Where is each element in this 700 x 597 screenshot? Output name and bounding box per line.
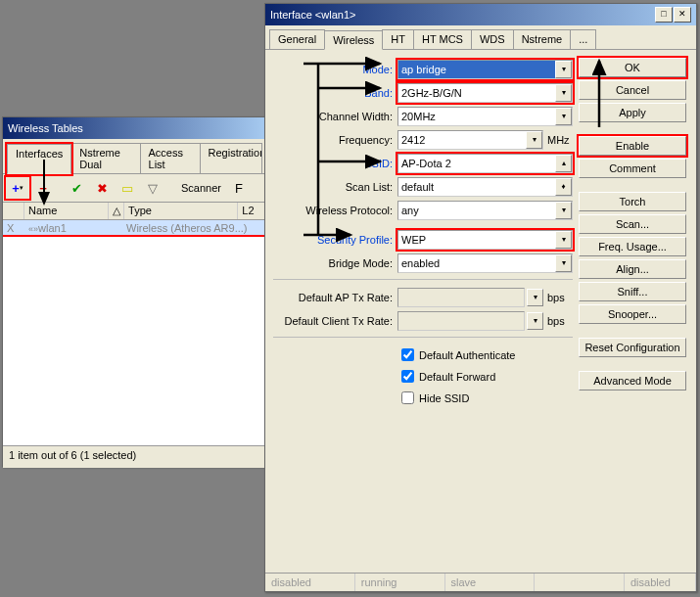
sniff-button[interactable]: Sniff...: [579, 282, 686, 301]
freq-input[interactable]: [398, 134, 526, 146]
dropdown-icon[interactable]: ▾: [526, 131, 542, 149]
status-slave: slave: [445, 574, 536, 591]
col-l2[interactable]: L2: [238, 203, 265, 219]
title-buttons: □ ✕: [655, 7, 691, 23]
mode-label: Mode:: [273, 64, 397, 75]
status-blank: [535, 574, 625, 591]
tab-wds[interactable]: WDS: [471, 29, 514, 49]
interface-tabs: General Wireless HT HT MCS WDS Nstreme .…: [265, 25, 696, 50]
close-button[interactable]: ✕: [674, 7, 691, 23]
enable-icon-button[interactable]: ✔: [65, 177, 88, 199]
apply-button[interactable]: Apply: [579, 103, 686, 122]
cwidth-input[interactable]: [398, 111, 555, 122]
align-button[interactable]: Align...: [579, 259, 686, 279]
dropdown-icon[interactable]: ▾: [555, 231, 572, 249]
wireless-tables-titlebar: Wireless Tables: [3, 117, 265, 139]
freq-field[interactable]: ▾: [397, 130, 543, 150]
dropdown-icon[interactable]: ▾: [555, 202, 572, 219]
tab-nstreme[interactable]: Nstreme: [513, 29, 572, 49]
tab-more[interactable]: ...: [570, 29, 596, 49]
dropdown-icon[interactable]: ▾: [527, 289, 543, 306]
band-input[interactable]: [398, 87, 555, 99]
torch-button[interactable]: Torch: [579, 192, 686, 211]
scan-field[interactable]: ♦: [397, 177, 573, 197]
dropdown-icon[interactable]: ▾: [555, 61, 572, 78]
tab-htmcs[interactable]: HT MCS: [413, 29, 472, 49]
more-button[interactable]: F: [232, 177, 246, 199]
ok-button[interactable]: OK: [579, 58, 686, 77]
tab-access-list[interactable]: Access List: [140, 143, 201, 173]
clrate-field[interactable]: [397, 311, 525, 331]
scan-button[interactable]: Scan...: [579, 214, 686, 234]
dropdown-icon[interactable]: ▾: [555, 108, 572, 125]
comment-button[interactable]: Comment: [579, 159, 686, 178]
bridge-input[interactable]: [398, 257, 555, 269]
aprate-input[interactable]: [398, 292, 524, 303]
auth-label: Default Authenticate: [419, 349, 515, 361]
fwd-label: Default Forward: [419, 371, 495, 383]
dropdown-icon[interactable]: ▾: [527, 312, 543, 330]
sec-label: Security Profile:: [273, 234, 397, 246]
fwd-checkbox[interactable]: [401, 370, 414, 383]
tab-wireless[interactable]: Wireless: [324, 30, 383, 50]
ssid-field[interactable]: ▴: [397, 154, 573, 173]
frequsage-button[interactable]: Freq. Usage...: [579, 237, 686, 256]
comment-icon-button[interactable]: ▭: [116, 177, 139, 199]
status-slots: disabled running slave disabled: [265, 573, 696, 591]
band-field[interactable]: ▾: [397, 83, 573, 103]
col-flag[interactable]: [3, 203, 24, 219]
minimize-button[interactable]: □: [655, 7, 673, 23]
col-sort[interactable]: △: [109, 203, 124, 219]
cwidth-field[interactable]: ▾: [397, 107, 573, 126]
hide-label: Hide SSID: [419, 392, 469, 404]
clrate-unit: bps: [547, 315, 573, 327]
dropdown-icon[interactable]: ▾: [555, 254, 572, 272]
tab-interfaces[interactable]: Interfaces: [7, 144, 71, 174]
wireless-tables-window: Wireless Tables Interfaces Nstreme Dual …: [2, 116, 266, 467]
enable-button[interactable]: Enable: [579, 136, 686, 156]
disable-icon-button[interactable]: ✖: [90, 177, 114, 199]
list-body: X «»wlan1 Wireless (Atheros AR9...): [3, 220, 265, 445]
tab-general[interactable]: General: [269, 29, 325, 49]
mode-field[interactable]: ▾: [397, 60, 573, 79]
status-bar: 1 item out of 6 (1 selected): [3, 445, 265, 468]
bridge-field[interactable]: ▾: [397, 253, 573, 273]
proto-input[interactable]: [398, 205, 555, 216]
col-name[interactable]: Name: [24, 203, 109, 219]
ssid-label: SSID:: [273, 158, 397, 169]
row-name: «»wlan1: [24, 220, 122, 236]
dropdown-icon[interactable]: ♦: [555, 178, 572, 196]
cancel-button[interactable]: Cancel: [579, 80, 686, 100]
filter-icon-button[interactable]: ▽: [141, 177, 164, 199]
tab-nstreme-dual[interactable]: Nstreme Dual: [70, 143, 140, 173]
snooper-button[interactable]: Snooper...: [579, 304, 686, 324]
tab-registration[interactable]: Registration: [200, 143, 262, 173]
list-row-wlan1[interactable]: X «»wlan1 Wireless (Atheros AR9...): [3, 220, 265, 235]
interface-titlebar: Interface <wlan1> □ ✕: [265, 4, 696, 25]
status-disabled2: disabled: [625, 574, 696, 591]
remove-button[interactable]: −: [31, 177, 55, 199]
proto-field[interactable]: ▾: [397, 201, 573, 220]
scan-label: Scan List:: [273, 181, 397, 193]
mode-input[interactable]: [398, 64, 555, 75]
sec-field[interactable]: ▾: [397, 230, 573, 250]
cwidth-label: Channel Width:: [273, 111, 397, 122]
reset-button[interactable]: Reset Configuration: [579, 338, 686, 357]
advanced-button[interactable]: Advanced Mode: [579, 371, 686, 390]
dropdown-icon[interactable]: ▾: [555, 84, 572, 102]
hide-checkbox[interactable]: [401, 391, 414, 404]
aprate-field[interactable]: [397, 288, 525, 307]
sec-input[interactable]: [398, 234, 555, 246]
tab-ht[interactable]: HT: [382, 29, 414, 49]
col-type[interactable]: Type: [124, 203, 238, 219]
hide-row: Hide SSID: [273, 389, 573, 407]
ssid-input[interactable]: [398, 158, 555, 169]
scanner-button[interactable]: Scanner: [172, 177, 230, 199]
add-button[interactable]: +▾: [6, 177, 29, 199]
dropdown-icon[interactable]: ▴: [555, 155, 572, 172]
freq-label: Frequency:: [273, 134, 397, 146]
scan-input[interactable]: [398, 181, 555, 193]
auth-checkbox[interactable]: [401, 348, 414, 361]
clrate-input[interactable]: [398, 315, 524, 327]
aprate-unit: bps: [547, 292, 573, 303]
